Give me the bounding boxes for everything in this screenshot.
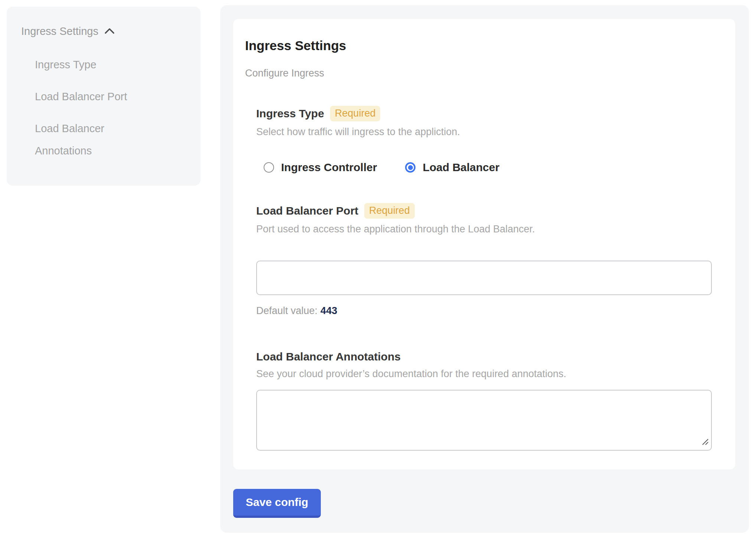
load-balancer-port-input[interactable] — [256, 261, 712, 295]
annotations-textarea-wrap — [256, 390, 712, 451]
main-panel: Ingress Settings Configure Ingress Ingre… — [220, 5, 749, 533]
form-sections: Ingress Type Required Select how traffic… — [256, 106, 712, 451]
radio-selected-icon[interactable] — [405, 162, 416, 173]
required-badge: Required — [364, 203, 415, 219]
load-balancer-annotations-textarea[interactable] — [256, 390, 712, 451]
ingress-type-description: Select how traffic will ingress to the a… — [256, 126, 712, 138]
radio-option-load-balancer[interactable]: Load Balancer — [405, 161, 499, 174]
ingress-type-radio-group: Ingress Controller Load Balancer — [264, 161, 712, 174]
load-balancer-port-label: Load Balancer Port — [256, 204, 358, 218]
sidebar-group-label: Ingress Settings — [21, 24, 98, 39]
chevron-up-icon — [104, 27, 115, 35]
load-balancer-annotations-label: Load Balancer Annotations — [256, 350, 401, 363]
radio-option-ingress-controller[interactable]: Ingress Controller — [264, 161, 377, 174]
load-balancer-annotations-description: See your cloud provider’s documentation … — [256, 368, 712, 380]
default-value-label: Default value: — [256, 305, 317, 316]
ingress-type-heading-row: Ingress Type Required — [256, 106, 712, 121]
page-subtitle: Configure Ingress — [245, 67, 712, 79]
sidebar-item-list: Ingress Type Load Balancer Port Load Bal… — [35, 53, 186, 162]
load-balancer-port-heading-row: Load Balancer Port Required — [256, 203, 712, 219]
sidebar-item-ingress-type[interactable]: Ingress Type — [35, 53, 157, 76]
radio-dot — [408, 165, 413, 170]
load-balancer-annotations-heading-row: Load Balancer Annotations — [256, 350, 712, 363]
sidebar-group-ingress-settings[interactable]: Ingress Settings — [21, 24, 186, 39]
required-badge: Required — [330, 106, 381, 121]
radio-label-load-balancer[interactable]: Load Balancer — [423, 161, 499, 174]
radio-label-ingress-controller[interactable]: Ingress Controller — [281, 161, 377, 174]
default-value-line: Default value:443 — [256, 305, 712, 317]
settings-sidebar: Ingress Settings Ingress Type Load Balan… — [7, 7, 201, 186]
page-title: Ingress Settings — [245, 38, 712, 53]
default-value: 443 — [320, 305, 337, 316]
ingress-type-label: Ingress Type — [256, 107, 324, 120]
sidebar-item-load-balancer-annotations[interactable]: Load Balancer Annotations — [35, 117, 157, 162]
save-config-button[interactable]: Save config — [233, 489, 321, 518]
load-balancer-port-description: Port used to access the application thro… — [256, 223, 712, 235]
radio-unselected-icon[interactable] — [264, 162, 274, 173]
ingress-settings-card: Ingress Settings Configure Ingress Ingre… — [233, 19, 735, 470]
sidebar-item-load-balancer-port[interactable]: Load Balancer Port — [35, 85, 157, 108]
